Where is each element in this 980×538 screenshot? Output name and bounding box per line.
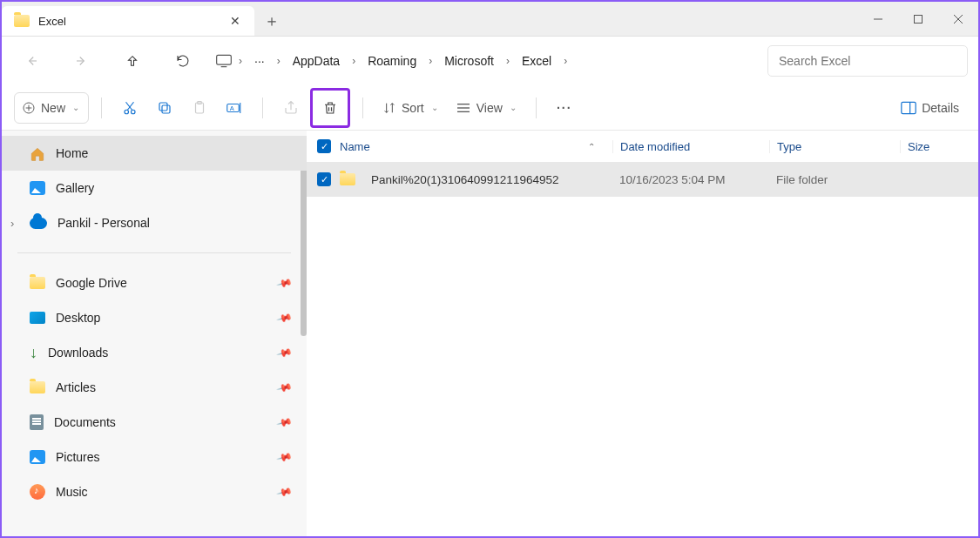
sidebar-item-gallery[interactable]: Gallery — [2, 171, 307, 205]
up-button[interactable] — [108, 44, 157, 78]
close-tab-button[interactable]: ✕ — [226, 12, 244, 30]
column-name[interactable]: Name ⌃ — [340, 140, 612, 153]
sidebar-item-label: Documents — [54, 415, 116, 429]
folder-icon — [30, 381, 45, 393]
share-button[interactable] — [275, 92, 307, 124]
toolbar: New ⌄ A Sort ⌄ View ⌄ ··· Details — [2, 85, 978, 131]
address-bar: › ··· › AppData › Roaming › Microsoft › … — [2, 37, 978, 85]
minimize-button[interactable] — [858, 2, 898, 36]
sidebar-item-label: Articles — [56, 380, 96, 394]
music-icon — [30, 484, 45, 500]
title-bar: Excel ✕ ＋ — [2, 2, 978, 37]
pictures-icon — [30, 450, 45, 464]
svg-rect-15 — [162, 105, 170, 113]
sidebar-item-gdrive[interactable]: Google Drive 📌 — [2, 266, 307, 300]
sidebar-item-label: Downloads — [48, 346, 108, 360]
sidebar-item-label: Pankil - Personal — [57, 216, 150, 230]
file-type: File folder — [776, 173, 828, 186]
chevron-right-icon[interactable]: › — [425, 55, 436, 67]
sidebar-item-articles[interactable]: Articles 📌 — [2, 370, 307, 405]
breadcrumb-appdata[interactable]: AppData — [286, 49, 347, 73]
rename-button[interactable]: A — [219, 92, 250, 124]
file-name: Pankil%20(1)310640991211964952 — [371, 173, 558, 186]
folder-icon — [340, 173, 355, 185]
sidebar-item-label: Gallery — [56, 181, 94, 195]
more-button[interactable]: ··· — [549, 92, 580, 124]
refresh-button[interactable] — [159, 44, 207, 78]
copy-button[interactable] — [149, 92, 180, 124]
search-input[interactable] — [779, 54, 956, 68]
breadcrumb[interactable]: › ··· › AppData › Roaming › Microsoft › … — [209, 49, 766, 73]
maximize-button[interactable] — [898, 2, 938, 36]
sidebar-item-documents[interactable]: Documents 📌 — [2, 405, 307, 440]
pin-icon: 📌 — [276, 274, 294, 292]
chevron-down-icon: ⌄ — [72, 103, 79, 112]
back-button[interactable] — [7, 44, 56, 78]
chevron-down-icon: ⌄ — [431, 103, 438, 112]
svg-text:A: A — [230, 104, 234, 112]
close-window-button[interactable] — [938, 2, 978, 36]
sidebar-item-label: Home — [56, 146, 88, 160]
delete-button[interactable] — [314, 92, 346, 124]
column-date[interactable]: Date modified — [612, 140, 769, 153]
row-checkbox[interactable]: ✓ — [317, 172, 331, 186]
sidebar-item-desktop[interactable]: Desktop 📌 — [2, 300, 307, 335]
sidebar-item-pictures[interactable]: Pictures 📌 — [2, 440, 307, 474]
pin-icon: 📌 — [276, 414, 294, 431]
tab-excel[interactable]: Excel ✕ — [2, 6, 254, 36]
chevron-down-icon: ⌄ — [510, 103, 517, 112]
paste-button[interactable] — [184, 92, 215, 124]
new-label: New — [41, 101, 65, 115]
column-type[interactable]: Type — [769, 140, 900, 153]
cut-button[interactable] — [114, 92, 145, 124]
sort-button[interactable]: Sort ⌄ — [375, 92, 445, 124]
sort-label: Sort — [402, 101, 424, 115]
breadcrumb-roaming[interactable]: Roaming — [361, 49, 423, 73]
file-date: 10/16/2023 5:04 PM — [619, 173, 726, 186]
svg-rect-1 — [915, 15, 923, 23]
details-pane-button[interactable]: Details — [894, 92, 966, 124]
svg-point-12 — [132, 110, 136, 114]
sidebar-divider — [17, 252, 291, 253]
tab-title: Excel — [38, 15, 218, 28]
sidebar-item-label: Desktop — [56, 311, 100, 325]
this-pc-icon[interactable] — [214, 53, 233, 69]
chevron-right-icon[interactable]: › — [503, 55, 513, 67]
column-headers[interactable]: ✓ Name ⌃ Date modified Type Size — [307, 131, 978, 162]
sidebar-item-music[interactable]: Music 📌 — [2, 474, 307, 509]
new-button[interactable]: New ⌄ — [14, 92, 89, 124]
sidebar-item-label: Google Drive — [56, 276, 127, 290]
sidebar-item-home[interactable]: Home — [2, 136, 307, 171]
chevron-right-icon[interactable]: › — [560, 55, 571, 67]
sidebar-item-onedrive[interactable]: Pankil - Personal — [2, 205, 307, 240]
home-icon — [30, 146, 45, 160]
folder-icon — [30, 277, 45, 289]
window-controls — [858, 2, 978, 36]
pin-icon: 📌 — [276, 448, 294, 466]
chevron-right-icon[interactable]: › — [274, 55, 284, 67]
pin-icon: 📌 — [276, 309, 294, 326]
breadcrumb-overflow[interactable]: ··· — [247, 49, 272, 73]
pin-icon: 📌 — [276, 379, 294, 396]
chevron-right-icon[interactable]: › — [348, 55, 359, 67]
file-row[interactable]: ✓ Pankil%20(1)310640991211964952 10/16/2… — [307, 162, 978, 197]
sort-indicator-icon: ⌃ — [588, 142, 595, 151]
search-box[interactable] — [767, 45, 968, 77]
column-size[interactable]: Size — [900, 140, 978, 153]
sidebar-item-label: Music — [56, 485, 88, 499]
forward-button[interactable] — [57, 44, 106, 78]
view-button[interactable]: View ⌄ — [449, 92, 524, 124]
delete-highlight — [310, 88, 350, 128]
breadcrumb-microsoft[interactable]: Microsoft — [437, 49, 501, 73]
chevron-right-icon[interactable]: › — [235, 55, 246, 67]
sidebar-item-downloads[interactable]: ↓ Downloads 📌 — [2, 335, 307, 370]
new-tab-button[interactable]: ＋ — [254, 6, 289, 36]
svg-point-11 — [125, 110, 129, 114]
onedrive-icon — [30, 218, 47, 229]
document-icon — [30, 414, 44, 430]
file-list: ✓ Name ⌃ Date modified Type Size ✓ Panki… — [307, 131, 978, 536]
breadcrumb-excel[interactable]: Excel — [515, 49, 558, 73]
gallery-icon — [30, 181, 45, 195]
select-all-checkbox[interactable]: ✓ — [317, 139, 331, 153]
sidebar-item-label: Pictures — [56, 450, 100, 464]
